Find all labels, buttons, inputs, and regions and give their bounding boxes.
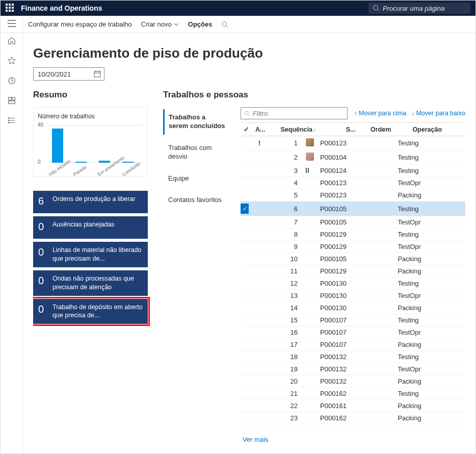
cell-order: P000105 — [317, 216, 394, 229]
cell-alert — [252, 388, 267, 400]
cell-sequence: 13 — [267, 290, 303, 302]
cell-sequence: 19 — [267, 363, 303, 375]
move-down-button[interactable]: ↓ Mover para baixo — [411, 110, 465, 117]
table-row[interactable]: ✓6P000105Testing — [241, 201, 465, 216]
jobs-tab[interactable]: Equipe — [163, 170, 229, 187]
summary-tile[interactable]: 0Trabalho de depósito em aberto que prec… — [33, 299, 148, 324]
cell-operation: Packing — [394, 253, 465, 265]
cell-sequence: 17 — [267, 339, 303, 351]
table-row[interactable]: ✓10P000105Packing — [241, 253, 465, 265]
create-new-button[interactable]: Criar novo — [141, 20, 179, 28]
table-row[interactable]: ✓7P000105TestOpr — [241, 216, 465, 229]
row-checkmark-icon: ✓ — [241, 204, 249, 214]
home-icon[interactable] — [7, 36, 16, 47]
col-sequence[interactable]: Sequência↑ — [277, 123, 342, 136]
cell-operation: Testing — [394, 165, 465, 177]
table-row[interactable]: ✓23P000162Packing — [241, 412, 465, 424]
table-row[interactable]: ✓9P000129TestOpr — [241, 241, 465, 253]
cell-alert — [252, 302, 267, 314]
svg-rect-17 — [94, 71, 100, 77]
left-rail — [1, 33, 23, 453]
y-axis-max: 40 — [38, 122, 43, 128]
chart-category-label: Não iniciado — [48, 161, 68, 177]
workspace-icon[interactable] — [7, 96, 16, 107]
cell-order: P000105 — [317, 201, 394, 216]
jobs-bar-chart: 40 0 Não iniciadoParadoEm andamentoConcl… — [38, 123, 143, 174]
col-status[interactable]: S... — [343, 123, 367, 136]
cell-sequence: 18 — [267, 351, 303, 363]
modules-icon[interactable] — [7, 116, 16, 127]
cell-operation: Testing — [394, 150, 465, 165]
table-row[interactable]: ✓13P000130TestOpr — [241, 290, 465, 302]
configure-workspace-button[interactable]: Configurar meu espaço de trabalho — [28, 20, 132, 28]
tile-count: 0 — [38, 274, 46, 286]
table-row[interactable]: ✓4P000123TestOpr — [241, 177, 465, 189]
command-search-button[interactable] — [221, 21, 228, 28]
table-row[interactable]: ✓3P000124Testing — [241, 165, 465, 177]
svg-rect-9 — [12, 97, 14, 100]
summary-tile[interactable]: 0Ausências planejadas — [33, 216, 148, 239]
options-button[interactable]: Opções — [188, 20, 213, 28]
col-order[interactable]: Ordem — [367, 123, 409, 136]
cell-order: P000104 — [317, 150, 394, 165]
table-row[interactable]: ✓20P000132Packing — [241, 375, 465, 388]
cell-order: P000130 — [317, 278, 394, 290]
jobs-tab[interactable]: Trabalhos a serem concluídos — [163, 109, 229, 135]
recent-icon[interactable] — [7, 76, 16, 87]
cell-alert — [252, 400, 267, 412]
table-row[interactable]: ✓15P000107Testing — [241, 314, 465, 326]
filter-input[interactable] — [241, 107, 348, 119]
chart-title: Número de trabalhos — [38, 113, 143, 120]
hamburger-icon[interactable] — [8, 20, 16, 29]
global-search[interactable]: Procurar uma página — [368, 3, 470, 14]
col-operation[interactable]: Operação — [409, 123, 465, 136]
star-icon[interactable] — [7, 56, 16, 67]
chart-bar — [52, 129, 63, 163]
app-launcher-icon[interactable] — [6, 4, 15, 13]
cell-sequence: 8 — [267, 229, 303, 241]
svg-line-22 — [248, 114, 250, 116]
table-row[interactable]: ✓5P000123Packing — [241, 189, 465, 201]
jobs-tab[interactable]: Contatos favoritos — [163, 192, 229, 209]
top-navbar: Finance and Operations Procurar uma pági… — [1, 1, 475, 16]
chart-bar — [122, 162, 134, 163]
search-icon — [373, 5, 380, 12]
svg-line-6 — [226, 26, 228, 28]
table-row[interactable]: ✓19P000132TestOpr — [241, 363, 465, 375]
filter-field[interactable] — [253, 110, 344, 117]
cell-status — [303, 363, 317, 375]
summary-tile[interactable]: 0Ondas não processadas que precisam de a… — [33, 270, 148, 296]
table-row[interactable]: ✓2P000104Testing — [241, 150, 465, 165]
col-select[interactable]: ✓ — [241, 123, 252, 136]
cell-status — [303, 339, 317, 351]
table-row[interactable]: ✓8P000129Testing — [241, 229, 465, 241]
table-row[interactable]: ✓18P000132Testing — [241, 351, 465, 363]
page-title: Gerenciamento de piso de produção — [33, 45, 465, 61]
jobs-tab[interactable]: Trabalhos com desvio — [163, 140, 229, 165]
cell-order: P000130 — [317, 290, 394, 302]
col-alert[interactable]: A... — [252, 123, 277, 136]
cell-status — [303, 165, 317, 177]
table-row[interactable]: ✓12P000130Testing — [241, 278, 465, 290]
table-row[interactable]: ✓21P000162Testing — [241, 388, 465, 400]
table-row[interactable]: ✓!1P000123Testing — [241, 136, 465, 150]
cell-sequence: 15 — [267, 314, 303, 326]
cell-alert — [252, 150, 267, 165]
jobs-chart-tile[interactable]: Número de trabalhos 40 0 Não iniciadoPar… — [33, 107, 148, 176]
search-icon — [244, 110, 250, 116]
cell-alert — [252, 314, 267, 326]
table-row[interactable]: ✓11P000129Packing — [241, 265, 465, 278]
cell-order: P000107 — [317, 314, 394, 326]
table-row[interactable]: ✓17P000107Packing — [241, 339, 465, 351]
move-up-button[interactable]: ↑ Mover para cima — [354, 110, 406, 117]
see-more-link[interactable]: Ver mais — [241, 431, 465, 448]
chart-category-label: Concluído — [121, 161, 142, 177]
cell-order: P000124 — [317, 165, 394, 177]
table-row[interactable]: ✓22P000161Packing — [241, 400, 465, 412]
tile-count: 6 — [38, 195, 46, 206]
table-row[interactable]: ✓14P000130Packing — [241, 302, 465, 314]
summary-tile[interactable]: 6Ordens de produção a liberar — [33, 191, 148, 213]
summary-tile[interactable]: 0Linhas de material não liberado que pre… — [33, 242, 148, 267]
table-row[interactable]: ✓16P000107TestOpr — [241, 326, 465, 339]
date-input[interactable]: 10/20/2021 — [33, 67, 104, 81]
